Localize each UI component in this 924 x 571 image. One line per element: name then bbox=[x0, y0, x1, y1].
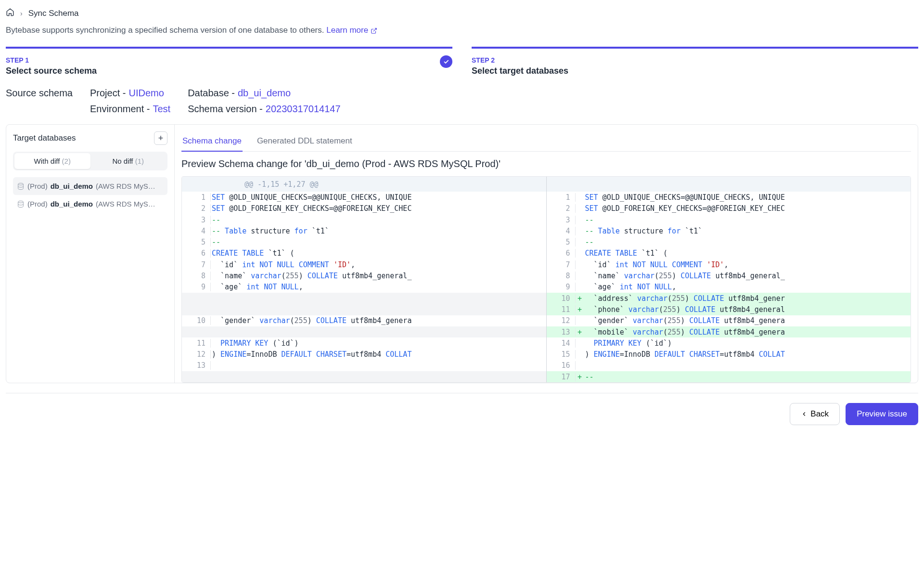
environment-link[interactable]: Test bbox=[153, 104, 170, 115]
diff-line: 12 `gender` varchar(255) COLLATE utf8mb4… bbox=[547, 315, 911, 326]
sidebar-title: Target databases bbox=[13, 133, 76, 143]
diff-line bbox=[182, 293, 546, 304]
home-icon[interactable] bbox=[6, 8, 14, 19]
diff-line: 1 SET @OLD_UNIQUE_CHECKS=@@UNIQUE_CHECKS… bbox=[547, 192, 911, 203]
page-subtitle: Bytebase supports synchronizing a specif… bbox=[6, 26, 918, 35]
database-link[interactable]: db_ui_demo bbox=[238, 88, 291, 99]
step-2-title: Select target databases bbox=[472, 66, 918, 76]
diff-line: 16 bbox=[547, 360, 911, 371]
diff-line: 13+ `mobile` varchar(255) COLLATE utf8mb… bbox=[547, 326, 911, 337]
preview-issue-button[interactable]: Preview issue bbox=[846, 403, 918, 425]
project-label: Project - bbox=[90, 88, 126, 99]
diff-line: 15 ) ENGINE=InnoDB DEFAULT CHARSET=utf8m… bbox=[547, 349, 911, 360]
diff-line: 3-- bbox=[182, 214, 546, 225]
learn-more-link[interactable]: Learn more bbox=[326, 26, 377, 35]
diff-line: 17+-- bbox=[547, 371, 911, 382]
step-1[interactable]: STEP 1 Select source schema bbox=[6, 47, 452, 76]
database-icon bbox=[17, 200, 25, 208]
diff-view: @@ -1,15 +1,27 @@1SET @OLD_UNIQUE_CHECKS… bbox=[181, 176, 911, 383]
diff-line: 6CREATE TABLE `t1` ( bbox=[182, 248, 546, 259]
diff-line bbox=[182, 371, 546, 382]
diff-line: 11 PRIMARY KEY (`id`) bbox=[182, 337, 546, 349]
diff-line: 8 `name` varchar(255) COLLATE utf8mb4_ge… bbox=[547, 270, 911, 281]
svg-point-0 bbox=[18, 183, 24, 185]
chevron-right-icon: › bbox=[20, 10, 23, 17]
source-schema-heading: Source schema bbox=[6, 88, 73, 115]
diff-line: 7 `id` int NOT NULL COMMENT 'ID', bbox=[182, 259, 546, 270]
tab-schema-change[interactable]: Schema change bbox=[181, 131, 243, 152]
breadcrumb-title: Sync Schema bbox=[28, 9, 79, 18]
diff-line: 5 -- bbox=[547, 236, 911, 247]
step-1-title: Select source schema bbox=[6, 66, 452, 76]
environment-label: Environment - bbox=[90, 104, 150, 115]
diff-line bbox=[182, 326, 546, 337]
filter-no-diff[interactable]: No diff (1) bbox=[90, 153, 167, 169]
diff-line: 2 SET @OLD_FOREIGN_KEY_CHECKS=@@FOREIGN_… bbox=[547, 203, 911, 214]
schema-version-link[interactable]: 20230317014147 bbox=[266, 104, 341, 115]
add-target-button[interactable]: + bbox=[154, 131, 167, 145]
diff-line: 10+ `address` varchar(255) COLLATE utf8m… bbox=[547, 293, 911, 304]
diff-hunk-header: @@ -1,15 +1,27 @@ bbox=[211, 180, 546, 189]
check-icon bbox=[440, 55, 452, 68]
diff-line: 4 -- Table structure for `t1` bbox=[547, 225, 911, 236]
diff-line: 11+ `phone` varchar(255) COLLATE utf8mb4… bbox=[547, 304, 911, 315]
project-link[interactable]: UIDemo bbox=[128, 88, 164, 99]
diff-line: 10 `gender` varchar(255) COLLATE utf8mb4… bbox=[182, 315, 546, 326]
tab-ddl-statement[interactable]: Generated DDL statement bbox=[256, 131, 353, 152]
schema-version-label: Schema version - bbox=[188, 104, 263, 115]
diff-line: 9 `age` int NOT NULL, bbox=[547, 282, 911, 293]
diff-line: 3 -- bbox=[547, 214, 911, 225]
diff-line: 1SET @OLD_UNIQUE_CHECKS=@@UNIQUE_CHECKS,… bbox=[182, 192, 546, 203]
diff-line: 9 `age` int NOT NULL, bbox=[182, 282, 546, 293]
target-db-sidebar: Target databases + With diff (2) No diff… bbox=[6, 125, 175, 383]
back-button[interactable]: Back bbox=[790, 403, 840, 425]
step-1-label: STEP 1 bbox=[6, 56, 452, 64]
preview-title: Preview Schema change for 'db_ui_demo (P… bbox=[181, 158, 911, 169]
diff-line: 14 PRIMARY KEY (`id`) bbox=[547, 337, 911, 349]
diff-line: 4-- Table structure for `t1` bbox=[182, 225, 546, 236]
diff-line: 2SET @OLD_FOREIGN_KEY_CHECKS=@@FOREIGN_K… bbox=[182, 203, 546, 214]
target-db-item[interactable]: (Prod) db_ui_demo (AWS RDS MyS… bbox=[13, 195, 167, 213]
diff-line: 8 `name` varchar(255) COLLATE utf8mb4_ge… bbox=[182, 270, 546, 281]
diff-line: 12) ENGINE=InnoDB DEFAULT CHARSET=utf8mb… bbox=[182, 349, 546, 360]
diff-line: 7 `id` int NOT NULL COMMENT 'ID', bbox=[547, 259, 911, 270]
step-2[interactable]: STEP 2 Select target databases bbox=[472, 47, 918, 76]
breadcrumb: › Sync Schema bbox=[6, 6, 918, 21]
diff-line: 6 CREATE TABLE `t1` ( bbox=[547, 248, 911, 259]
target-db-item[interactable]: (Prod) db_ui_demo (AWS RDS MyS… bbox=[13, 177, 167, 195]
diff-line: 5-- bbox=[182, 236, 546, 247]
database-label: Database - bbox=[188, 88, 235, 99]
svg-point-1 bbox=[18, 201, 24, 203]
step-2-label: STEP 2 bbox=[472, 56, 918, 64]
filter-with-diff[interactable]: With diff (2) bbox=[14, 153, 90, 169]
diff-line: 13 bbox=[182, 360, 546, 371]
diff-line bbox=[182, 304, 546, 315]
database-icon bbox=[17, 182, 25, 190]
